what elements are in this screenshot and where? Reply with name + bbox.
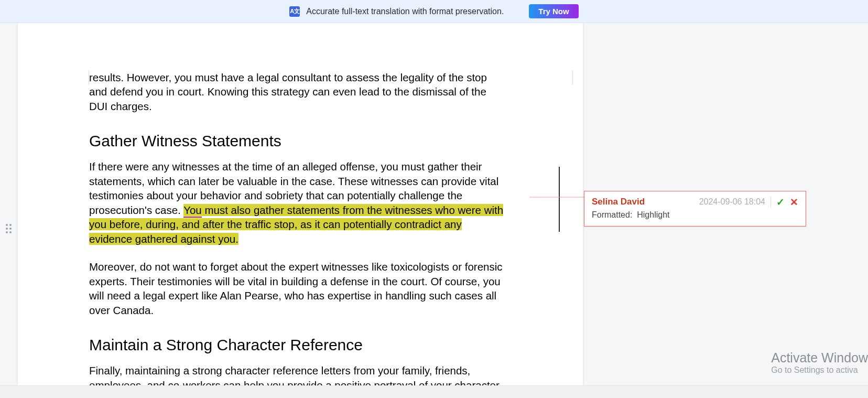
banner-message-group: A文 Accurate full-text translation with f… (289, 6, 504, 17)
reject-change-button[interactable]: ✕ (790, 197, 798, 207)
horizontal-scrollbar[interactable] (0, 385, 868, 398)
highlight-lead-word: You (183, 204, 202, 218)
windows-activation-watermark: Activate Window Go to Settings to activa (771, 350, 868, 375)
track-change-body: Formatted: Highlight (592, 210, 798, 220)
document-workspace: results. However, you must have a legal … (0, 23, 868, 385)
change-value: Highlight (637, 210, 669, 219)
paragraph-character[interactable]: Finally, maintaining a strong character … (89, 363, 504, 385)
translate-icon: A文 (289, 6, 300, 17)
selection-indicator (559, 167, 560, 232)
paragraph-intro[interactable]: results. However, you must have a legal … (89, 70, 504, 113)
track-change-header: Selina David 2024-09-06 18:04 ✓ ✕ (592, 197, 798, 207)
paragraph-drag-handle[interactable] (6, 224, 12, 233)
watermark-line1: Activate Window (771, 350, 868, 365)
change-label: Formatted: (592, 210, 632, 219)
paragraph-witness[interactable]: If there were any witnesses at the time … (89, 159, 504, 246)
comment-date: 2024-09-06 18:04 (699, 197, 765, 207)
watermark-line2: Go to Settings to activa (771, 365, 868, 375)
comment-author: Selina David (592, 197, 645, 207)
margin-guide-left (89, 70, 89, 85)
separator (771, 197, 771, 207)
banner-message: Accurate full-text translation with form… (306, 7, 504, 16)
document-page[interactable]: results. However, you must have a legal … (18, 23, 583, 385)
heading-gather-witness[interactable]: Gather Witness Statements (89, 132, 504, 150)
heading-character-ref[interactable]: Maintain a Strong Character Reference (89, 336, 504, 354)
try-now-button[interactable]: Try Now (529, 4, 578, 18)
paragraph-expert[interactable]: Moreover, do not want to forget about th… (89, 260, 504, 317)
margin-guide-right (572, 70, 573, 85)
track-change-card[interactable]: Selina David 2024-09-06 18:04 ✓ ✕ Format… (584, 191, 806, 227)
accept-change-button[interactable]: ✓ (776, 197, 785, 207)
translation-banner: A文 Accurate full-text translation with f… (0, 0, 868, 23)
